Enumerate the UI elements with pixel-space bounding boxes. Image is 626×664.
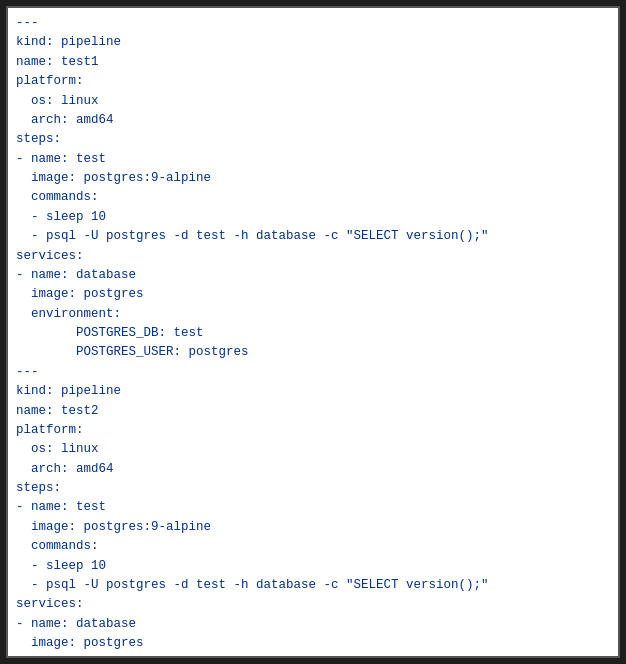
code-line: kind: pipeline <box>16 382 610 401</box>
code-line: - sleep 10 <box>16 208 610 227</box>
code-line: platform: <box>16 72 610 91</box>
code-line: image: postgres:9-alpine <box>16 169 610 188</box>
code-line: - name: test <box>16 150 610 169</box>
code-line: - sleep 10 <box>16 557 610 576</box>
code-line: --- <box>16 14 610 33</box>
code-block: ---kind: pipelinename: test1platform: os… <box>16 14 610 658</box>
code-line: arch: amd64 <box>16 460 610 479</box>
code-line: steps: <box>16 130 610 149</box>
code-line: os: linux <box>16 92 610 111</box>
code-line: --- <box>16 363 610 382</box>
code-line: image: postgres:9-alpine <box>16 518 610 537</box>
code-line: name: test2 <box>16 402 610 421</box>
code-line: environment: <box>16 653 610 658</box>
code-line: - psql -U postgres -d test -h database -… <box>16 576 610 595</box>
code-line: POSTGRES_DB: test <box>16 324 610 343</box>
code-line: arch: amd64 <box>16 111 610 130</box>
code-line: commands: <box>16 188 610 207</box>
code-line: os: linux <box>16 440 610 459</box>
code-line: - name: database <box>16 615 610 634</box>
code-line: name: test1 <box>16 53 610 72</box>
code-line: - psql -U postgres -d test -h database -… <box>16 227 610 246</box>
code-line: steps: <box>16 479 610 498</box>
code-line: image: postgres <box>16 285 610 304</box>
code-line: commands: <box>16 537 610 556</box>
code-line: services: <box>16 595 610 614</box>
code-line: image: postgres <box>16 634 610 653</box>
code-line: environment: <box>16 305 610 324</box>
code-line: - name: test <box>16 498 610 517</box>
code-container: ---kind: pipelinename: test1platform: os… <box>6 6 620 658</box>
code-line: POSTGRES_USER: postgres <box>16 343 610 362</box>
code-line: services: <box>16 247 610 266</box>
code-line: - name: database <box>16 266 610 285</box>
code-line: platform: <box>16 421 610 440</box>
code-line: kind: pipeline <box>16 33 610 52</box>
